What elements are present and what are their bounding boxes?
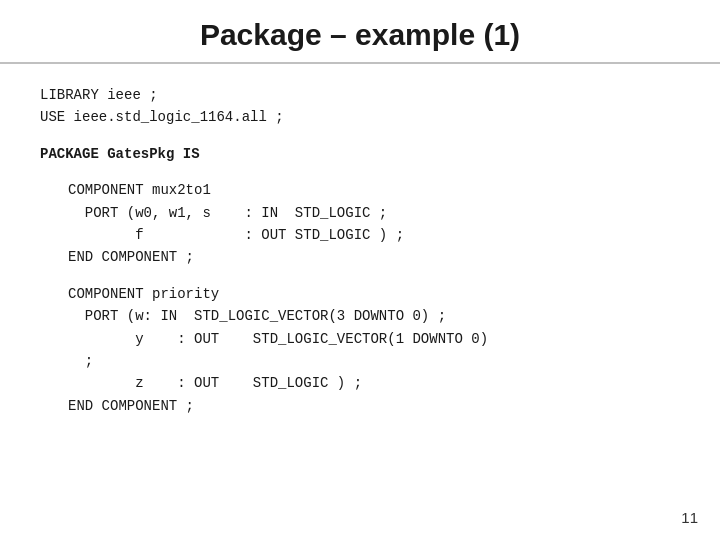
code-block: LIBRARY ieee ; USE ieee.std_logic_1164.a… [40, 84, 680, 417]
component2-line1: COMPONENT priority [68, 283, 680, 305]
slide: Package – example (1) LIBRARY ieee ; USE… [0, 0, 720, 540]
library-line2: USE ieee.std_logic_1164.all ; [40, 106, 680, 128]
library-line1: LIBRARY ieee ; [40, 84, 680, 106]
component2-line3: y : OUT STD_LOGIC_VECTOR(1 DOWNTO 0) [68, 328, 680, 350]
component2-section: COMPONENT priority PORT (w: IN STD_LOGIC… [68, 283, 680, 417]
component1-line1: COMPONENT mux2to1 [68, 179, 680, 201]
page-number: 11 [681, 509, 698, 526]
component2-line5: z : OUT STD_LOGIC ) ; [68, 372, 680, 394]
title-area: Package – example (1) [0, 0, 720, 64]
component2-line6: END COMPONENT ; [68, 395, 680, 417]
package-header: PACKAGE GatesPkg IS [40, 143, 680, 165]
library-section: LIBRARY ieee ; USE ieee.std_logic_1164.a… [40, 84, 680, 129]
component1-line2: PORT (w0, w1, s : IN STD_LOGIC ; [68, 202, 680, 224]
package-header-section: PACKAGE GatesPkg IS [40, 143, 680, 165]
component1-line3: f : OUT STD_LOGIC ) ; [68, 224, 680, 246]
content-area: LIBRARY ieee ; USE ieee.std_logic_1164.a… [0, 64, 720, 441]
component1-section: COMPONENT mux2to1 PORT (w0, w1, s : IN S… [68, 179, 680, 269]
component2-line4: ; [68, 350, 680, 372]
component1-line4: END COMPONENT ; [68, 246, 680, 268]
slide-title: Package – example (1) [200, 18, 520, 51]
component2-line2: PORT (w: IN STD_LOGIC_VECTOR(3 DOWNTO 0)… [68, 305, 680, 327]
